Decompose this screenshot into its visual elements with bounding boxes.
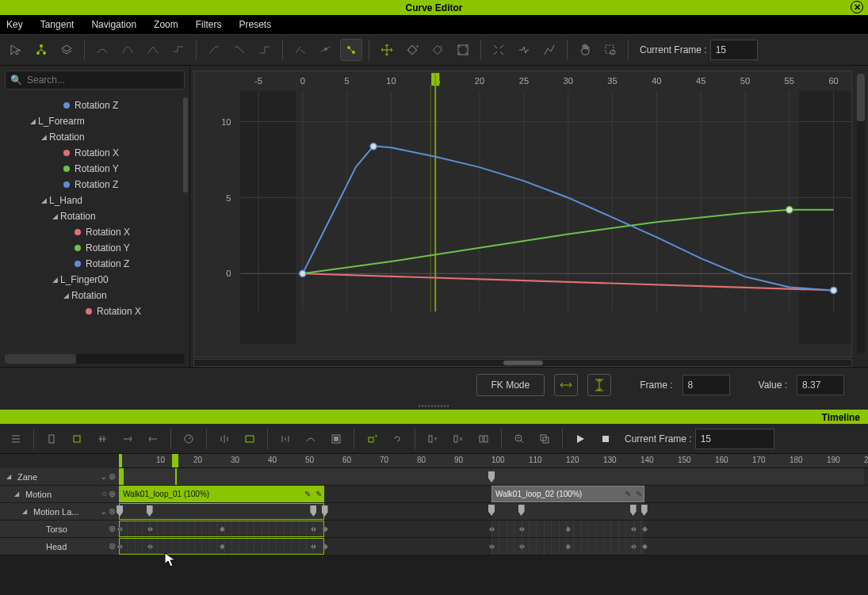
- zoom-region-icon[interactable]: [599, 39, 621, 61]
- tl-tool2-icon[interactable]: [66, 428, 88, 450]
- menu-zoom[interactable]: Zoom: [154, 19, 178, 30]
- width-lock-icon[interactable]: [554, 374, 578, 396]
- value-input[interactable]: [797, 375, 844, 395]
- panel-splitter[interactable]: [0, 402, 868, 410]
- timeline-track[interactable]: [119, 468, 868, 485]
- tl-insert-icon[interactable]: +: [422, 428, 444, 450]
- list-view-icon[interactable]: [5, 428, 27, 450]
- tl-tool1-icon[interactable]: [40, 428, 63, 450]
- timeline-track[interactable]: [119, 538, 868, 555]
- row-action-icon[interactable]: ⊗: [109, 471, 116, 482]
- search-input[interactable]: [27, 74, 179, 86]
- row-action-icon[interactable]: ⊗: [109, 541, 116, 551]
- tl-mirror-icon[interactable]: [213, 428, 235, 450]
- timeline-clip[interactable]: Walk01_loop_01 (100%)✎✎: [119, 486, 324, 502]
- tl-dup-icon[interactable]: [533, 428, 556, 450]
- graph-hscrollbar[interactable]: [193, 359, 852, 367]
- keyframe-region[interactable]: [491, 538, 644, 555]
- timeline-row-label[interactable]: ◢Motion La...⌄⊗: [0, 503, 119, 520]
- timeline-row-label[interactable]: Torso⊗: [0, 521, 119, 537]
- menu-key[interactable]: Key: [6, 19, 23, 30]
- keyframe-region[interactable]: [491, 521, 644, 537]
- tl-tool3-icon[interactable]: [91, 428, 113, 450]
- keyframe-diamond-icon[interactable]: [642, 526, 648, 532]
- tl-link-icon[interactable]: [386, 428, 408, 450]
- menu-presets[interactable]: Presets: [239, 19, 271, 30]
- select-tool-icon[interactable]: [5, 39, 27, 61]
- tree-item[interactable]: ◢L_Finger00: [0, 272, 189, 288]
- row-action-icon[interactable]: ⊗: [109, 524, 116, 534]
- tl-snap3-icon[interactable]: [325, 428, 347, 450]
- tree-item[interactable]: Rotation Z: [0, 256, 189, 272]
- timeline-row-label[interactable]: ◢Motion○⊗: [0, 486, 119, 502]
- tree-item[interactable]: Rotation X: [0, 303, 189, 319]
- tl-snap2-icon[interactable]: [300, 428, 322, 450]
- keyframe-diamond-icon[interactable]: [322, 526, 327, 532]
- tl-split-icon[interactable]: [472, 428, 495, 450]
- clip-edit-icon[interactable]: ✎: [304, 490, 311, 498]
- move-tool-icon[interactable]: [376, 39, 398, 61]
- frame-all-icon[interactable]: [452, 39, 474, 61]
- timeline-clip[interactable]: Walk01_loop_02 (100%)✎✎: [491, 486, 644, 502]
- row-action-icon[interactable]: ⊗: [109, 506, 116, 517]
- fk-mode-button[interactable]: FK Mode: [476, 374, 545, 396]
- tree-item[interactable]: Rotation Y: [0, 240, 189, 256]
- tangent-spline-icon[interactable]: [117, 39, 139, 61]
- hierarchy-icon[interactable]: [30, 39, 52, 61]
- clip-edit-icon[interactable]: ✎: [625, 490, 631, 498]
- tree-item[interactable]: ◢Rotation: [0, 288, 189, 303]
- tangent-in-icon[interactable]: [203, 39, 225, 61]
- row-action-icon[interactable]: ⌄: [100, 471, 107, 482]
- menu-navigation[interactable]: Navigation: [91, 19, 136, 30]
- timeline-track[interactable]: [119, 503, 868, 520]
- snap-icon[interactable]: [513, 39, 535, 61]
- tree-item[interactable]: ◢L_Hand: [0, 193, 189, 208]
- keyframe-diamond-icon[interactable]: [322, 544, 327, 549]
- unify-tangent-icon[interactable]: [315, 39, 337, 61]
- clip-edit-icon[interactable]: ✎: [315, 490, 322, 498]
- tangent-step-icon[interactable]: [254, 39, 276, 61]
- tree-item[interactable]: Rotation Y: [0, 161, 189, 177]
- tree-item[interactable]: ◢Rotation: [0, 129, 189, 145]
- tl-range-icon[interactable]: [239, 428, 261, 450]
- tangent-auto-icon[interactable]: [91, 39, 113, 61]
- tangent-flat-icon[interactable]: [167, 39, 189, 61]
- fit-icon[interactable]: [488, 39, 510, 61]
- tl-retime-icon[interactable]: [178, 428, 200, 450]
- timeline-track[interactable]: Walk01_loop_01 (100%)✎✎Walk01_loop_02 (1…: [119, 486, 868, 502]
- search-box[interactable]: 🔍: [5, 71, 185, 90]
- timeline-ruler[interactable]: 1020304050607080901001101201301401501601…: [119, 454, 868, 468]
- height-lock-icon[interactable]: [587, 374, 611, 396]
- row-action-icon[interactable]: ⊗: [109, 489, 116, 499]
- clip-edit-icon[interactable]: ✎: [636, 490, 642, 498]
- remove-key-icon[interactable]: [426, 39, 449, 61]
- add-key-icon[interactable]: +: [401, 39, 423, 61]
- property-tree[interactable]: Rotation Z◢L_Forearm◢RotationRotation XR…: [0, 94, 189, 351]
- timeline-row-label[interactable]: Head⊗: [0, 538, 119, 555]
- tree-item[interactable]: ◢L_Forearm: [0, 113, 189, 129]
- keyframe-region[interactable]: [119, 521, 324, 537]
- tl-delete-icon[interactable]: ×: [447, 428, 469, 450]
- stop-icon[interactable]: [595, 428, 617, 450]
- row-action-icon[interactable]: ○: [101, 489, 107, 499]
- tree-scrollbar[interactable]: [183, 97, 188, 193]
- tl-addkey-icon[interactable]: +: [361, 428, 383, 450]
- tangent-linear-icon[interactable]: [142, 39, 164, 61]
- tree-item[interactable]: Rotation X: [0, 224, 189, 240]
- tree-item[interactable]: Rotation Z: [0, 177, 189, 193]
- tree-item[interactable]: Rotation Z: [0, 97, 189, 113]
- tl-tool4-icon[interactable]: [117, 428, 139, 450]
- timeline-row-label[interactable]: ◢Zane⌄⊗: [0, 468, 119, 485]
- keyframe-region[interactable]: [491, 503, 644, 520]
- keyframe-region[interactable]: [119, 503, 324, 520]
- timeline-track[interactable]: [119, 521, 868, 537]
- tl-tool5-icon[interactable]: [142, 428, 164, 450]
- weighted-tangent-icon[interactable]: [340, 39, 362, 61]
- keyframe-region[interactable]: [119, 538, 324, 555]
- timeline-playhead-flag[interactable]: [172, 454, 178, 467]
- tl-current-frame-input[interactable]: [695, 429, 774, 449]
- keyframe-diamond-icon[interactable]: [642, 544, 648, 549]
- menu-tangent[interactable]: Tangent: [40, 19, 75, 30]
- tangent-out-icon[interactable]: [228, 39, 250, 61]
- layers-icon[interactable]: [55, 39, 78, 61]
